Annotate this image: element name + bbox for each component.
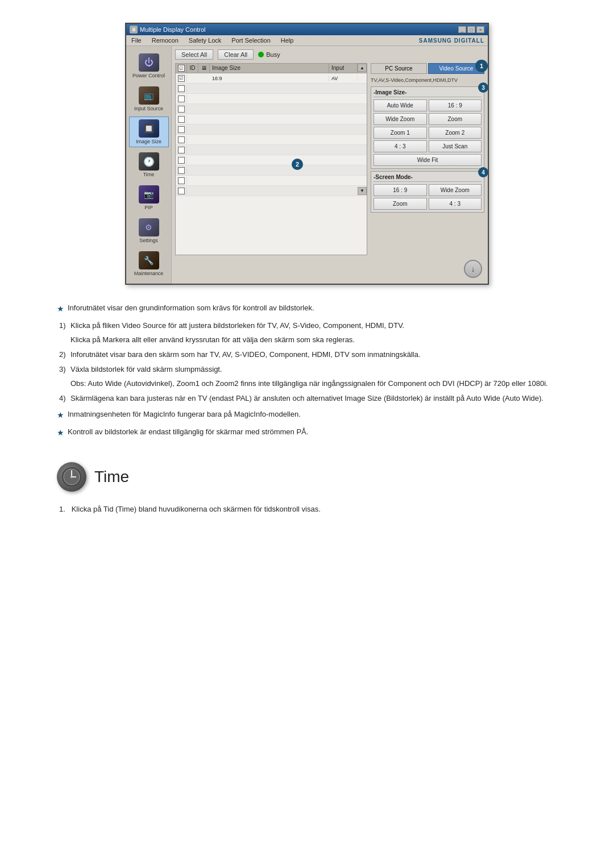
window-menubar: File Remocon Safety Lock Port Selection … — [126, 35, 488, 46]
menu-help[interactable]: Help — [279, 36, 296, 44]
maximize-button[interactable]: □ — [467, 26, 475, 33]
notes-section: ★ Inforutnätet visar den grundinformatio… — [34, 302, 580, 439]
note-2-num: 2) — [59, 348, 68, 361]
right-panel: 1 PC Source Video Source TV,AV,S-Video,C… — [371, 63, 484, 255]
scroll-up-button[interactable]: ▲ — [358, 64, 367, 72]
sidebar-label-input: Input Source — [134, 106, 163, 111]
toolbar: Select All Clear All Busy — [175, 49, 484, 60]
table-row — [176, 176, 367, 186]
ratio-16-9-button[interactable]: 16 : 9 — [429, 99, 482, 111]
row7-check[interactable] — [176, 136, 187, 144]
table-row — [176, 114, 367, 124]
table-row — [176, 135, 367, 145]
badge-1: 1 — [475, 60, 488, 72]
screen-mode-section: -Screen Mode- 4 16 : 9 Wide Zoom Zoom 4 … — [371, 171, 484, 213]
sidebar-item-settings[interactable]: ⚙ Settings — [129, 215, 169, 246]
menu-port-selection[interactable]: Port Selection — [230, 36, 272, 44]
sidebar-item-imagesize[interactable]: 🔲 Image Size — [129, 117, 169, 147]
time-icon: 🕐 — [139, 152, 159, 171]
menu-safety-lock[interactable]: Safety Lock — [187, 36, 223, 44]
note-3-continuation: Obs: Auto Wide (Autovidvinkel), Zoom1 oc… — [57, 378, 557, 390]
scroll-down-button[interactable]: ▼ — [358, 187, 367, 195]
time-note: 1. Klicka på Tid (Time) bland huvudikone… — [57, 503, 557, 516]
row2-check[interactable] — [176, 85, 187, 93]
screen-zoom-button[interactable]: Zoom — [374, 198, 427, 210]
sidebar-item-maintenance[interactable]: 🔧 Maintenance — [129, 248, 169, 279]
just-scan-button[interactable]: Just Scan — [429, 140, 482, 152]
note-star-1-text: Inforutnätet visar den grundinformation … — [68, 302, 314, 314]
table-row — [176, 124, 367, 135]
scroll-circle-button[interactable]: ↓ — [464, 260, 482, 278]
sidebar: ⏻ Power Control 📺 Input Source 🔲 Image S… — [126, 46, 172, 284]
note-3: 3) Växla bildstorlek för vald skärm slum… — [57, 363, 557, 376]
auto-wide-button[interactable]: Auto Wide — [374, 99, 427, 111]
busy-indicator: Busy — [258, 51, 280, 58]
screen-mode-buttons: 16 : 9 Wide Zoom Zoom 4 : 3 — [374, 184, 482, 210]
note-1-text: Klicka på fliken Video Source för att ju… — [70, 319, 404, 332]
menu-remocon[interactable]: Remocon — [150, 36, 180, 44]
window-controls[interactable]: _ □ × — [458, 26, 484, 33]
row8-check[interactable] — [176, 146, 187, 154]
row12-check[interactable] — [176, 187, 187, 195]
table-area: ☑ ID 🖥 Image Size Input ▲ — [175, 63, 484, 255]
col-header-id: ID — [187, 64, 198, 73]
time-section: Time 1. Klicka på Tid (Time) bland huvud… — [34, 462, 580, 516]
screen-wide-zoom-button[interactable]: Wide Zoom — [429, 184, 482, 196]
svg-point-4 — [70, 476, 73, 478]
table-row — [176, 145, 367, 155]
application-window: 🖥 Multiple Display Control _ □ × File Re… — [125, 23, 489, 285]
menu-file[interactable]: File — [130, 36, 143, 44]
close-button[interactable]: × — [476, 26, 484, 33]
note-3-text: Växla bildstorlek för vald skärm slumpmä… — [70, 363, 222, 376]
col-header-imgsize: Image Size — [210, 64, 329, 73]
row1-input-val: AV — [331, 76, 338, 81]
table-row: ☑ 16:9 AV — [176, 73, 367, 84]
row4-check[interactable] — [176, 105, 187, 113]
samsung-logo: SAMSUNG DIGITALL — [419, 38, 484, 44]
row10-check[interactable] — [176, 167, 187, 175]
note-4-text: Skärmlägena kan bara justeras när en TV … — [70, 392, 544, 405]
screen-4-3-button[interactable]: 4 : 3 — [429, 198, 482, 210]
ratio-4-3-button[interactable]: 4 : 3 — [374, 140, 427, 152]
note-star-1: ★ Inforutnätet visar den grundinformatio… — [57, 302, 557, 316]
row5-check[interactable] — [176, 115, 187, 123]
row9-check[interactable] — [176, 156, 187, 164]
clear-all-button[interactable]: Clear All — [218, 49, 254, 60]
image-size-buttons: Auto Wide 16 : 9 Wide Zoom Zoom Zoom 1 Z… — [374, 99, 482, 166]
zoom2-button[interactable]: Zoom 2 — [429, 127, 482, 139]
row3-check[interactable] — [176, 95, 187, 103]
pc-source-tab[interactable]: PC Source — [371, 63, 427, 74]
sidebar-item-pip[interactable]: 📷 PIP — [129, 182, 169, 213]
note-star-2-text: Inmatningsenheten för MagicInfo fungerar… — [68, 408, 301, 421]
sidebar-item-time[interactable]: 🕐 Time — [129, 149, 169, 180]
sidebar-label-settings: Settings — [139, 238, 158, 243]
window-titlebar: 🖥 Multiple Display Control _ □ × — [126, 24, 488, 35]
screen-16-9-button[interactable]: 16 : 9 — [374, 184, 427, 196]
note-4: 4) Skärmlägena kan bara justeras när en … — [57, 392, 557, 405]
star-icon-3: ★ — [57, 426, 64, 440]
sidebar-label-imagesize: Image Size — [136, 139, 161, 144]
zoom-button[interactable]: Zoom — [429, 113, 482, 125]
sidebar-item-power[interactable]: ⏻ Power Control — [129, 51, 169, 81]
badge-4: 4 — [478, 167, 488, 177]
wide-fit-button[interactable]: Wide Fit — [374, 154, 482, 166]
zoom1-button[interactable]: Zoom 1 — [374, 127, 427, 139]
input-header: Input — [331, 65, 344, 71]
col-header-icon: 🖥 — [198, 64, 210, 73]
note-3-num: 3) — [59, 363, 68, 376]
time-note-text: Klicka på Tid (Time) bland huvudikonerna… — [72, 505, 321, 513]
col-header-input: Input — [329, 64, 358, 73]
col-header-scroll: ▲ — [358, 64, 367, 73]
note-star-3: ★ Kontroll av bildstorlek är endast till… — [57, 426, 557, 440]
row6-check[interactable] — [176, 126, 187, 134]
minimize-button[interactable]: _ — [458, 26, 466, 33]
source-tabs: PC Source Video Source — [371, 63, 484, 74]
header-checkbox[interactable]: ☑ — [178, 65, 185, 72]
row1-check[interactable]: ☑ — [176, 74, 187, 82]
sidebar-item-input[interactable]: 📺 Input Source — [129, 84, 169, 114]
wide-zoom-button[interactable]: Wide Zoom — [374, 113, 427, 125]
badge-3: 3 — [478, 82, 488, 93]
row11-check[interactable] — [176, 177, 187, 185]
select-all-button[interactable]: Select All — [175, 49, 213, 60]
table-row — [176, 104, 367, 114]
